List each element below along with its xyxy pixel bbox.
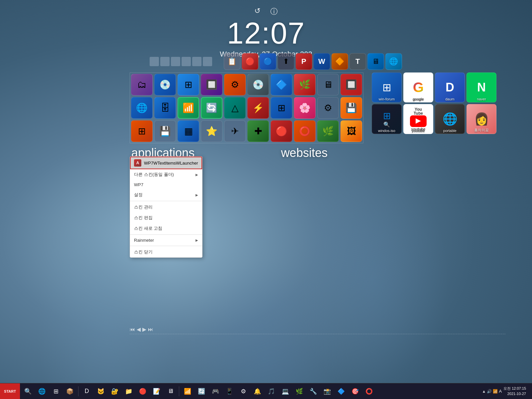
media-prev[interactable]: ⏮ — [130, 327, 135, 332]
tray-network[interactable]: 🔊 — [487, 389, 492, 394]
top-app-2[interactable]: 🔴 — [242, 53, 258, 70]
app-icon-18[interactable]: 🌸 — [294, 97, 316, 119]
context-item-skins[interactable]: 다른 스킨(동일 폴더) ▶ — [130, 169, 202, 180]
app-icon-24[interactable]: ⭐ — [201, 120, 222, 142]
app-icon-29[interactable]: 🌿 — [317, 120, 339, 142]
app-icon-15[interactable]: △ — [224, 97, 246, 119]
app-icon-20[interactable]: 💾 — [340, 97, 362, 119]
context-item-wp7[interactable]: WP7 — [130, 180, 202, 190]
app-icon-25[interactable]: ✈ — [224, 120, 246, 142]
taskbar-icon-12[interactable]: ⚙ — [237, 385, 250, 398]
context-item-skin-refresh[interactable]: 스킨 새로 고침 — [130, 223, 202, 234]
context-menu-divider-1 — [130, 201, 202, 201]
taskbar-icon-19[interactable]: 🔷 — [334, 385, 348, 398]
context-item-skin-close[interactable]: 스킨 닫기 — [130, 247, 202, 257]
taskbar-icon-21[interactable]: ⭕ — [362, 385, 376, 398]
mini-icon-6 — [203, 57, 212, 66]
app-icon-22[interactable]: 💾 — [154, 120, 176, 142]
app-icon-23[interactable]: ▦ — [178, 120, 199, 142]
taskbar-icon-2[interactable]: 🐱 — [94, 385, 107, 398]
taskbar-icon-17[interactable]: 🔧 — [307, 385, 320, 398]
info-icon[interactable]: ⓘ — [270, 7, 278, 17]
start-button[interactable]: START — [0, 383, 20, 399]
taskbar-edge[interactable]: 🌐 — [35, 385, 49, 398]
top-app-4[interactable]: ⬆ — [278, 53, 294, 70]
google-container[interactable]: G google — [403, 72, 433, 102]
app-icon-16[interactable]: ⚡ — [247, 97, 269, 119]
media-next[interactable]: ⏭ — [148, 327, 153, 332]
context-item-skin-edit[interactable]: 스킨 편집 — [130, 212, 202, 223]
youtube-container[interactable]: You Tube youtube youtube — [403, 104, 433, 134]
taskbar-icon-14[interactable]: 🎵 — [265, 385, 278, 398]
app-icon-11[interactable]: 🌐 — [131, 97, 153, 119]
media-play[interactable]: ▶ — [142, 326, 146, 332]
windos-container[interactable]: ⊞ 🔍 windos-iso — [372, 104, 402, 134]
app-icon-8[interactable]: 🌿 — [294, 74, 316, 95]
taskbar-icon-10[interactable]: 🎮 — [209, 385, 222, 398]
taskbar-separator-1 — [78, 386, 78, 396]
app-icon-26[interactable]: ✚ — [247, 120, 269, 142]
app-row-1: 🗂 💿 ⊞ 🔲 ⚙ 💿 🔷 🌿 🖥 🔲 — [131, 74, 362, 95]
taskbar-search[interactable]: 🔍 — [21, 385, 35, 398]
taskbar-win[interactable]: ⊞ — [49, 385, 63, 398]
app-icon-19[interactable]: ⚙ — [317, 97, 339, 119]
app-icon-6[interactable]: 💿 — [247, 74, 269, 95]
taskbar-apps[interactable]: 📦 — [63, 385, 76, 398]
top-app-remote[interactable]: 🖥 — [367, 53, 384, 70]
taskbar-icon-15[interactable]: 💻 — [279, 385, 292, 398]
hong-container[interactable]: 👩 홍차의꿈 — [466, 104, 496, 134]
app-icon-2[interactable]: 💿 — [154, 74, 176, 95]
context-item-skin-manage[interactable]: 스킨 관리 — [130, 202, 202, 212]
app-icon-30[interactable]: 🖼 — [340, 120, 362, 142]
app-icon-27[interactable]: 🔴 — [271, 120, 292, 142]
taskbar-icon-11[interactable]: 📱 — [223, 385, 236, 398]
app-icon-5[interactable]: ⚙ — [224, 74, 246, 95]
app-icon-10[interactable]: 🔲 — [340, 74, 362, 95]
app-icon-13[interactable]: 📶 — [178, 97, 199, 119]
context-item-rainmeter[interactable]: Rainmeter ▶ — [130, 235, 202, 245]
taskbar-icons: 🔍 🌐 ⊞ 📦 D 🐱 🔐 📁 🔴 📝 🖥 📶 🔄 🎮 📱 ⚙ 🔔 🎵 💻 🌿 … — [20, 385, 482, 398]
app-icon-12[interactable]: 🗄 — [154, 97, 176, 119]
taskbar-icon-1[interactable]: D — [80, 385, 93, 398]
win-forum-container[interactable]: ⊞ win-forum — [372, 72, 402, 102]
refresh-icon[interactable]: ↺ — [254, 7, 260, 17]
app-icon-4[interactable]: 🔲 — [201, 74, 222, 95]
top-app-ppt[interactable]: P — [296, 53, 312, 70]
taskbar-icon-9[interactable]: 🔄 — [195, 385, 208, 398]
taskbar-icon-4[interactable]: 📁 — [122, 385, 135, 398]
top-app-7[interactable]: 🔶 — [332, 53, 348, 70]
app-icon-21[interactable]: ⊞ — [131, 120, 153, 142]
taskbar-icon-18[interactable]: 📸 — [321, 385, 334, 398]
tray-arrow[interactable]: ▲ — [482, 389, 486, 394]
taskbar-icon-16[interactable]: 🌿 — [293, 385, 306, 398]
taskbar-right: ▲ 🔊 📶 A 오전 12:07:15 2021-10-27 — [482, 386, 532, 396]
taskbar-icon-6[interactable]: 📝 — [150, 385, 163, 398]
taskbar-icon-7[interactable]: 🖥 — [164, 385, 177, 398]
app-icon-3[interactable]: ⊞ — [178, 74, 199, 95]
app-icon-9[interactable]: 🖥 — [317, 74, 339, 95]
tray-lang[interactable]: A — [499, 389, 502, 394]
taskbar-icon-5[interactable]: 🔴 — [136, 385, 149, 398]
app-icon-28[interactable]: ⭕ — [294, 120, 316, 142]
top-app-translate[interactable]: 🌐 — [385, 53, 402, 70]
app-icon-14[interactable]: 🔄 — [201, 97, 222, 119]
top-app-1[interactable]: 📋 — [224, 53, 240, 70]
app-icon-17[interactable]: ⊞ — [271, 97, 292, 119]
naver-container[interactable]: N naver — [466, 72, 496, 102]
taskbar-clock[interactable]: 오전 12:07:15 2021-10-27 — [503, 386, 529, 396]
taskbar-icon-8[interactable]: 📶 — [181, 385, 194, 398]
top-app-word[interactable]: W — [314, 53, 330, 70]
daum-container[interactable]: D daum — [435, 72, 465, 102]
portable-container[interactable]: 🌐 portable — [435, 104, 465, 134]
taskbar-icon-20[interactable]: 🎯 — [348, 385, 362, 398]
tray-volume[interactable]: 📶 — [493, 389, 498, 394]
app-icon-7[interactable]: 🔷 — [271, 74, 292, 95]
taskbar-icon-13[interactable]: 🔔 — [251, 385, 264, 398]
taskbar-icon-3[interactable]: 🔐 — [108, 385, 121, 398]
top-app-3[interactable]: 🔵 — [260, 53, 276, 70]
mini-icon-2 — [160, 57, 170, 66]
media-back[interactable]: ◀ — [137, 326, 141, 332]
app-icon-1[interactable]: 🗂 — [131, 74, 153, 95]
top-app-T[interactable]: T — [349, 53, 366, 70]
context-item-settings[interactable]: 설정 ▶ — [130, 190, 202, 200]
